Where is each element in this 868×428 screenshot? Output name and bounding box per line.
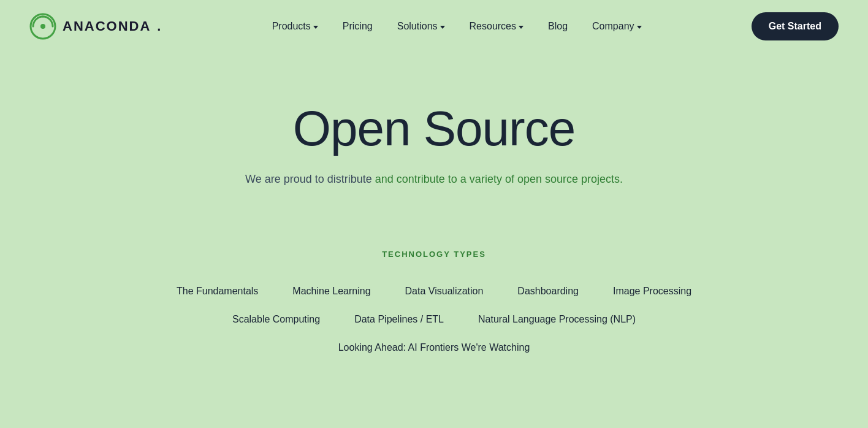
- tech-types-section: TECHNOLOGY TYPES The Fundamentals Machin…: [0, 225, 868, 388]
- logo-dot: .: [157, 18, 162, 34]
- main-nav: Products Pricing Solutions Resources Blo…: [262, 16, 652, 37]
- logo[interactable]: ANACONDA.: [29, 13, 162, 40]
- tech-row-3: Looking Ahead: AI Frontiers We're Watchi…: [29, 335, 839, 361]
- chevron-down-icon: [637, 26, 642, 29]
- tech-row-2: Scalable Computing Data Pipelines / ETL …: [29, 307, 839, 332]
- nav-item-pricing[interactable]: Pricing: [333, 16, 383, 37]
- nav-item-blog[interactable]: Blog: [538, 16, 577, 37]
- chevron-down-icon: [440, 26, 445, 29]
- tech-row-1: The Fundamentals Machine Learning Data V…: [29, 278, 839, 304]
- hero-title: Open Source: [293, 102, 575, 156]
- get-started-button[interactable]: Get Started: [752, 12, 839, 40]
- nav-item-company[interactable]: Company: [582, 16, 651, 37]
- header: ANACONDA. Products Pricing Solutions Res…: [0, 0, 868, 53]
- nav-item-resources[interactable]: Resources: [460, 16, 533, 37]
- tech-item-nlp[interactable]: Natural Language Processing (NLP): [461, 307, 653, 332]
- chevron-down-icon: [313, 26, 318, 29]
- logo-text: ANACONDA: [63, 18, 151, 34]
- tech-item-data-pipelines[interactable]: Data Pipelines / ETL: [337, 307, 461, 332]
- tech-item-ai-frontiers[interactable]: Looking Ahead: AI Frontiers We're Watchi…: [321, 335, 547, 361]
- hero-subtitle: We are proud to distribute and contribut…: [245, 170, 623, 188]
- tech-item-data-visualization[interactable]: Data Visualization: [388, 278, 501, 304]
- svg-point-1: [40, 24, 45, 29]
- tech-item-dashboarding[interactable]: Dashboarding: [500, 278, 596, 304]
- hero-section: Open Source We are proud to distribute a…: [0, 53, 868, 225]
- nav-item-products[interactable]: Products: [262, 16, 328, 37]
- chevron-down-icon: [519, 26, 523, 29]
- tech-item-scalable-computing[interactable]: Scalable Computing: [215, 307, 337, 332]
- section-label: TECHNOLOGY TYPES: [382, 250, 486, 259]
- tech-item-machine-learning[interactable]: Machine Learning: [275, 278, 387, 304]
- tech-item-image-processing[interactable]: Image Processing: [596, 278, 709, 304]
- tech-item-fundamentals[interactable]: The Fundamentals: [159, 278, 275, 304]
- nav-item-solutions[interactable]: Solutions: [387, 16, 455, 37]
- hero-subtitle-highlight: and contribute to a variety of open sour…: [375, 173, 623, 185]
